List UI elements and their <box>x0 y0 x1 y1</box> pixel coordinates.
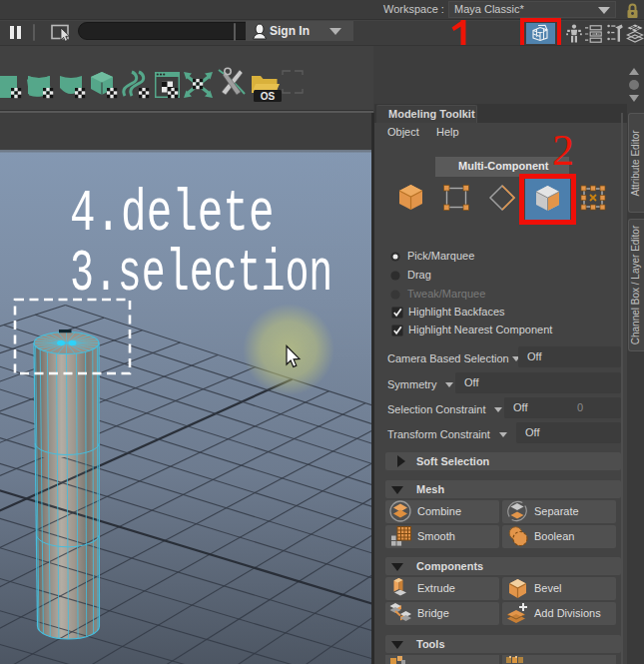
svg-text:4.delete: 4.delete <box>70 180 274 248</box>
svg-text:OS: OS <box>261 91 276 102</box>
svg-text:3.selection: 3.selection <box>70 241 332 308</box>
